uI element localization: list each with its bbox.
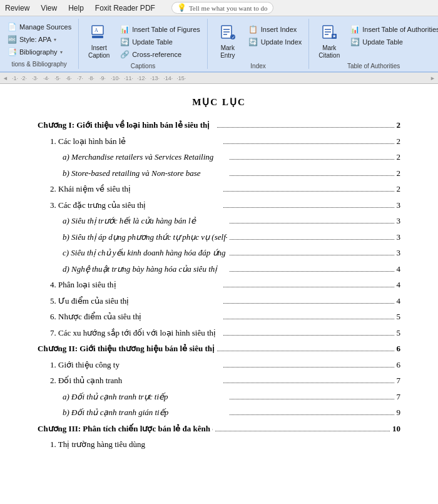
- mark-citation-label: MarkCitation: [318, 44, 340, 59]
- insert-table-figures-button[interactable]: 📊 Insert Table of Figures: [118, 24, 202, 35]
- toc-entry: 2. Đối thủ cạnh tranh7: [38, 374, 400, 387]
- toc-container: Chương I: Giới thiệu về loại hình bán lẻ…: [38, 119, 400, 451]
- toc-text[interactable]: a) Siêu thị trước hết là cửa hàng bán lẻ: [38, 215, 227, 227]
- index-group-label: Index: [213, 61, 303, 69]
- toc-text[interactable]: 7. Các xu hướng sắp tới đối với loại hìn…: [38, 327, 221, 339]
- toc-text[interactable]: 1. Các loại hình bán lẻ: [38, 135, 221, 148]
- style-label: Style: APA: [19, 36, 51, 43]
- toc-entry: 1. Các loại hình bán lẻ2: [38, 135, 400, 148]
- toc-text[interactable]: b) Đối thủ cạnh tranh gián tiếp: [38, 406, 227, 419]
- insert-index-button[interactable]: 📋 Insert Index: [247, 24, 303, 35]
- toc-entry: 5. Ưu điểm của siêu thị4: [38, 295, 400, 307]
- mark-entry-icon: ✓: [219, 23, 237, 43]
- insert-table-authorities-button[interactable]: 📊 Insert Table of Authorities: [348, 24, 438, 35]
- mark-entry-button[interactable]: ✓ MarkEntry: [213, 21, 243, 61]
- toc-text[interactable]: 1. Thị trường hàng tiêu dùng: [38, 438, 400, 451]
- toc-text[interactable]: a) Merchandise retailers và Services Ret…: [38, 151, 227, 163]
- update-table-2-label: Update Table: [362, 38, 403, 46]
- toc-text[interactable]: d) Nghệ thuật trưng bày hàng hóa của siê…: [38, 263, 227, 275]
- toc-text[interactable]: a) Đối thủ cạnh tranh trực tiếp: [38, 391, 227, 403]
- toc-text[interactable]: Chương I: Giới thiệu về loại hình bán lẻ…: [38, 119, 215, 131]
- citations-buttons: 📄 Manage Sources 🔤 Style: APA ▾ 📑 Biblio…: [5, 20, 73, 59]
- insert-table-authorities-label: Insert Table of Authorities: [362, 26, 438, 33]
- toc-entry: 7. Các xu hướng sắp tới đối với loại hìn…: [38, 327, 400, 339]
- update-table-2-icon: 🔄: [350, 37, 360, 47]
- toc-page: 2: [397, 135, 401, 148]
- update-index-button[interactable]: 🔄 Update Index: [247, 36, 303, 48]
- svg-text:✓: ✓: [232, 35, 235, 39]
- toc-page: 4: [397, 295, 401, 307]
- toc-dots: [223, 287, 394, 287]
- ruler: ◄ ·1· ·2· ·3· ·4· ·5· ·6· ·7· ·8· ·9· ·1…: [0, 73, 438, 84]
- bibliography-label: Bibliography: [19, 48, 58, 56]
- tell-me-bar[interactable]: 💡 Tell me what you want to do: [171, 2, 273, 14]
- toc-page: 3: [397, 231, 401, 244]
- toc-text[interactable]: 5. Ưu điểm của siêu thị: [38, 295, 221, 307]
- update-table-2-button[interactable]: 🔄 Update Table: [348, 36, 438, 48]
- toc-text[interactable]: c) Siêu thị chủ yếu kinh doanh hàng hóa …: [38, 247, 227, 259]
- toc-page: 4: [397, 263, 401, 275]
- toc-entry: d) Nghệ thuật trưng bày hàng hóa của siê…: [38, 263, 400, 275]
- toc-page: 3: [397, 247, 401, 259]
- bibliography-icon: 📑: [7, 47, 17, 57]
- mark-citation-icon: ★: [320, 23, 338, 43]
- toc-entry: c) Siêu thị chủ yếu kinh doanh hàng hóa …: [38, 247, 400, 259]
- update-table-1-label: Update Table: [132, 38, 173, 46]
- toc-text[interactable]: 6. Nhược điểm của siêu thị: [38, 311, 221, 323]
- citations-group-label: tions & Bibliography: [5, 59, 73, 68]
- style-dropdown[interactable]: 🔤 Style: APA ▾: [5, 34, 58, 45]
- toc-entry: 4. Phân loại siêu thị4: [38, 279, 400, 291]
- insert-index-icon: 📋: [248, 24, 258, 34]
- style-arrow: ▾: [54, 37, 56, 43]
- table-authorities-group: ★ MarkCitation 📊 Insert Table of Authori…: [309, 19, 438, 69]
- update-table-1-button[interactable]: 🔄 Update Table: [118, 36, 202, 48]
- toc-page: 7: [397, 374, 401, 387]
- toc-entry: 3. Các đặc trưng của siêu thị3: [38, 199, 400, 212]
- toc-dots: [223, 367, 394, 368]
- toc-text[interactable]: Chương II: Giới thiệu thương hiệu bán lẻ…: [38, 342, 215, 355]
- svg-text:★: ★: [332, 34, 336, 38]
- toc-text[interactable]: b) Siêu thị áp dụng phương thức tự phục …: [38, 231, 227, 244]
- toc-text[interactable]: b) Store-based retailing và Non-store ba…: [38, 167, 227, 180]
- insert-caption-button[interactable]: A InsertCaption: [84, 21, 114, 61]
- citations-group: 📄 Manage Sources 🔤 Style: APA ▾ 📑 Biblio…: [0, 19, 79, 69]
- mark-entry-label: MarkEntry: [220, 44, 235, 59]
- toc-dots: [223, 303, 394, 304]
- menu-view[interactable]: View: [41, 4, 57, 13]
- menu-foxit[interactable]: Foxit Reader PDF: [95, 4, 155, 13]
- toc-entry: Chương I: Giới thiệu về loại hình bán lẻ…: [38, 119, 400, 131]
- toc-dots: [217, 127, 394, 128]
- mark-citation-button[interactable]: ★ MarkCitation: [314, 21, 344, 61]
- menu-review[interactable]: Review: [5, 4, 29, 13]
- toc-page: 3: [397, 215, 401, 227]
- toc-text[interactable]: 2. Đối thủ cạnh tranh: [38, 374, 221, 387]
- toc-dots: [223, 335, 394, 336]
- manage-sources-button[interactable]: 📄 Manage Sources: [5, 21, 73, 33]
- toc-text[interactable]: 2. Khái niệm về siêu thị: [38, 183, 221, 195]
- toc-text[interactable]: 3. Các đặc trưng của siêu thị: [38, 199, 221, 212]
- toc-page: 6: [397, 342, 401, 355]
- toc-dots: [215, 431, 390, 431]
- toc-entry: 6. Nhược điểm của siêu thị5: [38, 311, 400, 323]
- bibliography-dropdown[interactable]: 📑 Bibliography ▾: [5, 46, 64, 58]
- svg-text:A: A: [94, 28, 98, 33]
- toc-page: 5: [397, 327, 401, 339]
- table-authorities-group-label: Table of Authorities: [314, 61, 433, 69]
- captions-group: A InsertCaption 📊 Insert Table of Figure…: [79, 19, 208, 69]
- toc-text[interactable]: 4. Phân loại siêu thị: [38, 279, 221, 291]
- menu-help[interactable]: Help: [68, 4, 84, 13]
- lightbulb-icon: 💡: [177, 3, 186, 13]
- captions-buttons: A InsertCaption 📊 Insert Table of Figure…: [84, 20, 202, 61]
- toc-page: 10: [392, 423, 400, 435]
- toc-text[interactable]: 1. Giới thiệu công ty: [38, 359, 221, 371]
- toc-dots: [223, 383, 394, 383]
- toc-text[interactable]: Chương III: Phân tích chiến lược bán lẻ …: [38, 423, 213, 435]
- toc-dots: [223, 207, 394, 208]
- toc-dots: [230, 159, 394, 160]
- cross-reference-button[interactable]: 🔗 Cross-reference: [118, 49, 202, 60]
- ribbon: 📄 Manage Sources 🔤 Style: APA ▾ 📑 Biblio…: [0, 16, 438, 73]
- toc-entry: 2. Khái niệm về siêu thị2: [38, 183, 400, 195]
- tell-me-text: Tell me what you want to do: [189, 4, 268, 12]
- toc-page: 2: [397, 119, 401, 131]
- toc-dots: [230, 271, 394, 272]
